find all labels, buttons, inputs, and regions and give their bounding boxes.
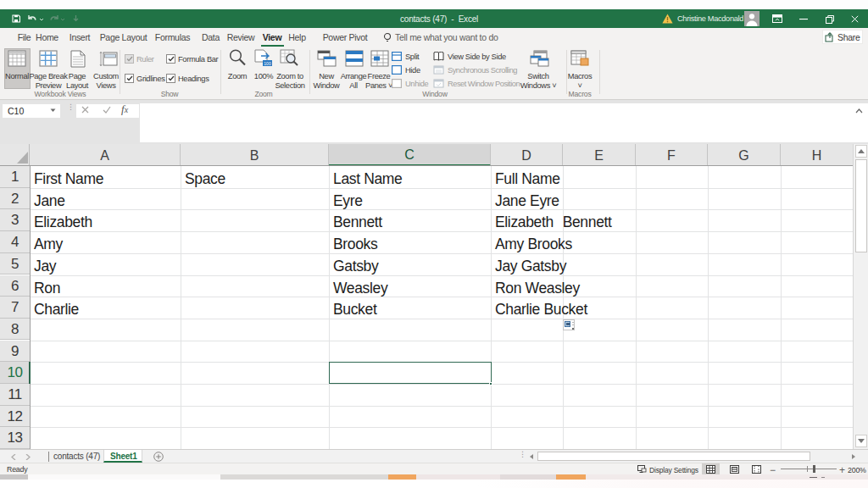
svg-text:100: 100 (264, 61, 271, 66)
